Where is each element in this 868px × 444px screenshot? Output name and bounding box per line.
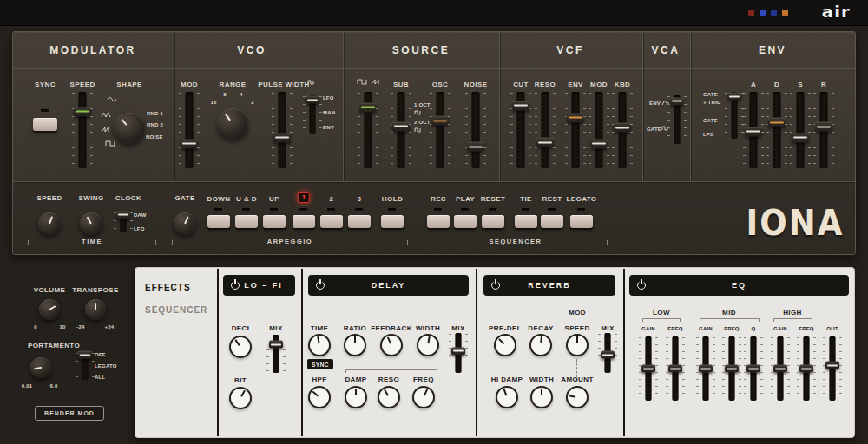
eq-mid-gain-slider[interactable] bbox=[700, 336, 711, 401]
slider-track[interactable] bbox=[572, 92, 580, 168]
slider-cap[interactable] bbox=[567, 113, 584, 122]
slider-cap[interactable] bbox=[467, 142, 484, 152]
slider-track[interactable] bbox=[279, 92, 286, 168]
vco-mod-slider[interactable] bbox=[183, 92, 195, 168]
slider-track[interactable] bbox=[797, 92, 805, 168]
slider-cap[interactable] bbox=[792, 133, 809, 142]
slider-cap[interactable] bbox=[392, 121, 410, 131]
reverb-speed-knob[interactable] bbox=[566, 334, 589, 356]
decay-knob[interactable] bbox=[529, 334, 552, 356]
sub-slider[interactable] bbox=[395, 92, 407, 168]
delay-reso-knob[interactable] bbox=[378, 386, 400, 408]
slider-cap[interactable] bbox=[306, 96, 319, 104]
pulse-width-slider[interactable] bbox=[276, 92, 288, 168]
arp-ud-button[interactable] bbox=[235, 215, 258, 228]
octave-1-button[interactable] bbox=[293, 215, 315, 228]
deci-knob[interactable] bbox=[229, 336, 252, 358]
slider-cap[interactable] bbox=[745, 127, 762, 136]
arp-down-button[interactable] bbox=[207, 215, 230, 228]
reverb-width-knob[interactable] bbox=[530, 386, 553, 408]
reset-button[interactable] bbox=[482, 215, 504, 228]
eq-high-gain-slider[interactable] bbox=[775, 336, 786, 401]
cutoff-slider[interactable] bbox=[515, 92, 527, 168]
eq-power-button[interactable] bbox=[637, 281, 646, 290]
slider-cap[interactable] bbox=[773, 365, 787, 373]
tab-sequencer[interactable]: SEQUENCER bbox=[145, 305, 207, 315]
slider-cap[interactable] bbox=[825, 362, 839, 369]
slider-track[interactable] bbox=[79, 92, 87, 168]
slider-cap[interactable] bbox=[725, 365, 739, 373]
slider-track[interactable] bbox=[186, 92, 194, 168]
slider-track[interactable] bbox=[542, 92, 549, 168]
vcf-env-slider[interactable] bbox=[569, 92, 582, 168]
pw-mode-switch[interactable] bbox=[307, 95, 318, 134]
feedback-knob[interactable] bbox=[380, 334, 403, 356]
legato-button[interactable] bbox=[570, 215, 593, 228]
amount-knob[interactable] bbox=[566, 386, 589, 408]
slider-cap[interactable] bbox=[181, 139, 198, 148]
delay-freq-knob[interactable] bbox=[412, 386, 435, 408]
eq-mid-q-slider[interactable] bbox=[748, 336, 759, 401]
ratio-knob[interactable] bbox=[344, 334, 366, 356]
slider-track[interactable] bbox=[595, 92, 603, 168]
shape-knob[interactable] bbox=[114, 113, 145, 144]
bit-knob[interactable] bbox=[229, 387, 252, 409]
volume-knob[interactable] bbox=[39, 299, 60, 320]
rest-button[interactable] bbox=[541, 215, 563, 228]
slider-cap[interactable] bbox=[768, 118, 786, 127]
delay-width-knob[interactable] bbox=[417, 334, 439, 356]
lofi-power-button[interactable] bbox=[231, 281, 240, 290]
play-button[interactable] bbox=[454, 215, 477, 228]
mod-speed-slider[interactable] bbox=[76, 92, 89, 168]
vcf-mod-slider[interactable] bbox=[593, 92, 605, 168]
slider-cap[interactable] bbox=[641, 365, 655, 373]
arp-gate-knob[interactable] bbox=[174, 212, 196, 235]
env-mode-switch[interactable] bbox=[729, 92, 740, 139]
slider-cap[interactable] bbox=[727, 93, 741, 101]
swing-knob[interactable] bbox=[80, 212, 102, 235]
slider-cap[interactable] bbox=[359, 102, 377, 112]
eq-out-slider[interactable] bbox=[827, 336, 838, 401]
slider-cap[interactable] bbox=[78, 351, 92, 359]
slider-cap[interactable] bbox=[614, 123, 631, 133]
attack-slider[interactable] bbox=[747, 92, 760, 168]
eq-mid-freq-slider[interactable] bbox=[727, 336, 737, 401]
slider-cap[interactable] bbox=[74, 107, 91, 116]
slider-cap[interactable] bbox=[746, 365, 760, 373]
slider-cap[interactable] bbox=[799, 365, 813, 373]
slider-track[interactable] bbox=[437, 92, 444, 168]
portamento-knob[interactable] bbox=[30, 357, 51, 378]
transpose-knob[interactable] bbox=[85, 299, 106, 320]
hpf-knob[interactable] bbox=[308, 386, 331, 408]
range-knob[interactable] bbox=[217, 108, 248, 140]
slider-cap[interactable] bbox=[273, 133, 291, 142]
decay-slider[interactable] bbox=[771, 92, 783, 168]
delay-mix-slider[interactable] bbox=[453, 333, 464, 373]
release-slider[interactable] bbox=[818, 92, 830, 168]
rec-button[interactable] bbox=[427, 215, 450, 228]
reverb-power-button[interactable] bbox=[491, 281, 500, 290]
octave-2-button[interactable] bbox=[320, 215, 343, 228]
kbd-slider[interactable] bbox=[616, 92, 628, 168]
slider-cap[interactable] bbox=[431, 116, 449, 126]
slider-cap[interactable] bbox=[815, 122, 832, 132]
slider-track[interactable] bbox=[773, 92, 781, 168]
slider-cap[interactable] bbox=[269, 341, 283, 349]
slider-cap[interactable] bbox=[590, 139, 608, 148]
arp-up-button[interactable] bbox=[263, 215, 286, 228]
slider-cap[interactable] bbox=[116, 211, 130, 219]
clock-switch[interactable] bbox=[118, 212, 128, 232]
eq-low-gain-slider[interactable] bbox=[643, 336, 654, 401]
slider-cap[interactable] bbox=[670, 97, 684, 105]
eq-high-freq-slider[interactable] bbox=[801, 336, 812, 401]
portamento-mode-switch[interactable] bbox=[80, 352, 90, 380]
hidamp-knob[interactable] bbox=[496, 386, 518, 408]
delay-time-knob[interactable] bbox=[308, 334, 331, 356]
resonance-slider[interactable] bbox=[539, 92, 551, 168]
reverb-mix-slider[interactable] bbox=[602, 333, 613, 373]
slider-cap[interactable] bbox=[699, 365, 713, 373]
bender-mod-button[interactable]: BENDER MOD bbox=[35, 406, 104, 421]
time-speed-knob[interactable] bbox=[38, 212, 61, 235]
eq-low-freq-slider[interactable] bbox=[670, 336, 681, 401]
slider-cap[interactable] bbox=[601, 351, 615, 359]
